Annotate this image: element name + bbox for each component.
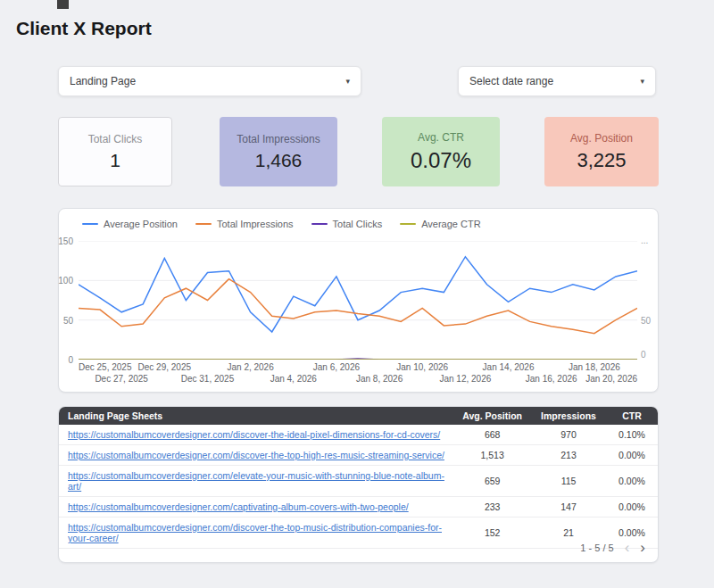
col-avg-position: Avg. Position xyxy=(453,407,531,425)
y-right-tick: 0 xyxy=(641,350,646,360)
legend-item[interactable]: Total Impressions xyxy=(195,219,294,229)
date-range-filter[interactable]: Select date range ▾ xyxy=(458,66,656,96)
y-right-tick: 50 xyxy=(641,316,651,326)
next-page-button[interactable]: › xyxy=(640,540,645,555)
scorecard-avg-position: Avg. Position 3,225 xyxy=(544,117,659,186)
x-axis-tick: Dec 29, 2025 xyxy=(138,362,192,372)
y-right-ellipsis: ... xyxy=(641,236,648,245)
legend-item[interactable]: Average CTR xyxy=(400,219,480,229)
x-axis-tick: Jan 18, 2026 xyxy=(569,362,620,372)
landing-page-cell: https://customalbumcoverdesigner.com/ele… xyxy=(59,466,453,497)
x-axis-tick: Jan 10, 2026 xyxy=(396,362,448,372)
landing-page-filter-value: Landing Page xyxy=(70,75,136,87)
x-axis-tick: Jan 20, 2026 xyxy=(585,374,637,384)
prev-page-button[interactable]: ‹ xyxy=(625,540,630,555)
chart-legend: Average PositionTotal ImpressionsTotal C… xyxy=(82,219,481,229)
scorecard-label: Total Clicks xyxy=(88,133,143,145)
chevron-down-icon: ▾ xyxy=(640,77,644,86)
pagination-range: 1 - 5 / 5 xyxy=(580,542,613,553)
col-impressions: Impressions xyxy=(531,407,606,425)
y-left-tick: 150 xyxy=(58,236,73,246)
y-axis-right: ... 50 0 xyxy=(641,241,659,360)
landing-pages-table: Landing Page Sheets Avg. Position Impres… xyxy=(59,407,658,549)
chevron-down-icon: ▾ xyxy=(345,77,350,86)
col-landing-page-sheets: Landing Page Sheets xyxy=(59,407,453,425)
scorecard-value: 1 xyxy=(110,150,120,171)
line-chart[interactable] xyxy=(79,241,637,360)
avg-position-cell: 659 xyxy=(453,466,531,497)
landing-page-link[interactable]: https://customalbumcoverdesigner.com/dis… xyxy=(68,450,444,460)
impressions-cell: 115 xyxy=(531,466,606,497)
landing-page-link[interactable]: https://customalbumcoverdesigner.com/dis… xyxy=(68,429,440,440)
impressions-cell: 213 xyxy=(531,445,606,466)
avg-position-cell: 1,513 xyxy=(453,445,531,466)
landing-page-link[interactable]: https://customalbumcoverdesigner.com/dis… xyxy=(68,522,442,543)
y-axis-left: 050100150 xyxy=(59,241,75,360)
legend-swatch-icon xyxy=(195,223,212,225)
table-row: https://customalbumcoverdesigner.com/dis… xyxy=(59,518,658,549)
series-average-position xyxy=(79,257,637,332)
logo-mark xyxy=(57,0,69,9)
avg-position-cell: 152 xyxy=(453,518,531,549)
landing-page-cell: https://customalbumcoverdesigner.com/dis… xyxy=(59,445,453,466)
ctr-cell: 0.00% xyxy=(606,497,658,518)
table-row: https://customalbumcoverdesigner.com/dis… xyxy=(59,425,658,445)
col-ctr: CTR xyxy=(606,407,658,425)
legend-label: Average Position xyxy=(104,219,178,229)
y-left-tick: 50 xyxy=(63,315,73,325)
x-axis-tick: Jan 6, 2026 xyxy=(313,362,360,372)
date-range-filter-value: Select date range xyxy=(469,75,553,87)
legend-label: Average CTR xyxy=(421,219,480,229)
impressions-cell: 147 xyxy=(531,497,606,518)
series-total-impressions xyxy=(79,279,637,334)
scorecard-label: Avg. Position xyxy=(570,132,633,145)
legend-swatch-icon xyxy=(400,223,416,225)
timeseries-chart-card: Average PositionTotal ImpressionsTotal C… xyxy=(58,208,659,393)
page-title: Client X Report xyxy=(16,18,152,39)
scorecard-value: 3,225 xyxy=(577,149,626,172)
avg-position-cell: 668 xyxy=(453,425,531,445)
landing-page-filter[interactable]: Landing Page ▾ xyxy=(58,66,361,96)
table-body: https://customalbumcoverdesigner.com/dis… xyxy=(59,425,658,549)
x-axis-tick: Jan 12, 2026 xyxy=(439,374,491,384)
x-axis-tick: Dec 27, 2025 xyxy=(95,374,148,384)
scorecard-label: Total Impressions xyxy=(237,133,320,145)
table-header: Landing Page Sheets Avg. Position Impres… xyxy=(59,407,658,425)
x-axis-tick: Jan 8, 2026 xyxy=(356,374,403,384)
legend-item[interactable]: Average Position xyxy=(82,219,178,229)
x-axis-tick: Jan 16, 2026 xyxy=(526,374,577,384)
x-axis-tick: Dec 31, 2025 xyxy=(181,374,235,384)
scorecard-total-impressions: Total Impressions 1,466 xyxy=(220,117,337,186)
x-axis-tick: Jan 4, 2026 xyxy=(270,374,317,384)
landing-page-cell: https://customalbumcoverdesigner.com/dis… xyxy=(59,518,453,549)
x-axis-tick: Dec 25, 2025 xyxy=(79,362,132,372)
x-axis-tick: Jan 2, 2026 xyxy=(227,362,273,372)
landing-pages-table-card: Landing Page Sheets Avg. Position Impres… xyxy=(58,406,659,563)
scorecard-label: Avg. CTR xyxy=(418,131,464,144)
legend-swatch-icon xyxy=(82,223,98,225)
scorecard-total-clicks: Total Clicks 1 xyxy=(58,117,172,186)
ctr-cell: 0.00% xyxy=(606,445,658,466)
landing-page-link[interactable]: https://customalbumcoverdesigner.com/cap… xyxy=(68,501,409,512)
table-row: https://customalbumcoverdesigner.com/ele… xyxy=(59,466,658,497)
ctr-cell: 0.00% xyxy=(606,466,658,497)
legend-label: Total Clicks xyxy=(333,219,383,229)
table-row: https://customalbumcoverdesigner.com/cap… xyxy=(59,497,658,518)
x-axis: Dec 25, 2025Dec 29, 2025Jan 2, 2026Jan 6… xyxy=(79,362,637,387)
y-left-tick: 100 xyxy=(58,276,73,286)
landing-page-cell: https://customalbumcoverdesigner.com/dis… xyxy=(59,425,453,445)
legend-label: Total Impressions xyxy=(217,219,294,229)
scorecard-avg-ctr: Avg. CTR 0.07% xyxy=(382,117,500,186)
ctr-cell: 0.10% xyxy=(606,425,658,445)
table-row: https://customalbumcoverdesigner.com/dis… xyxy=(59,445,658,466)
legend-item[interactable]: Total Clicks xyxy=(311,219,383,229)
pagination: 1 - 5 / 5 ‹ › xyxy=(580,540,645,555)
scorecard-value: 1,466 xyxy=(255,150,303,171)
landing-page-link[interactable]: https://customalbumcoverdesigner.com/ele… xyxy=(68,470,444,492)
x-axis-tick: Jan 14, 2026 xyxy=(483,362,535,372)
landing-page-cell: https://customalbumcoverdesigner.com/cap… xyxy=(59,497,453,518)
avg-position-cell: 233 xyxy=(453,497,531,518)
legend-swatch-icon xyxy=(311,223,328,225)
y-left-tick: 0 xyxy=(68,355,73,365)
dashboard-page: Client X Report Landing Page ▾ Select da… xyxy=(0,0,714,588)
